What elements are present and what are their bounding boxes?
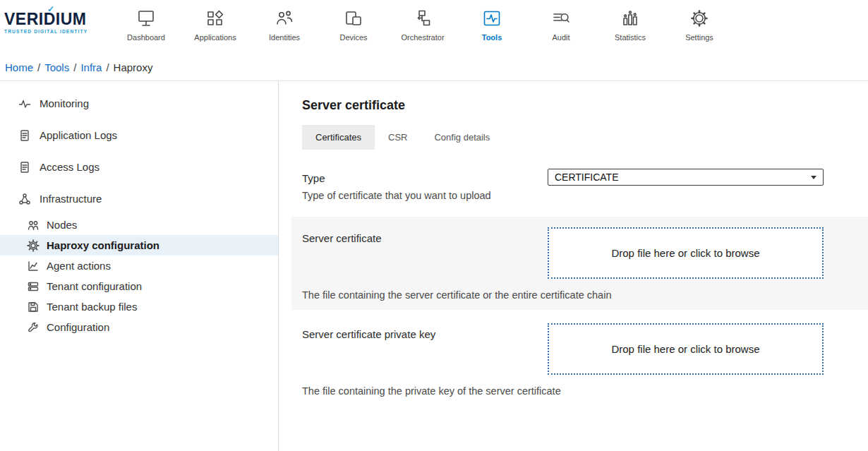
type-field-help: Type of certificate that you want to upl… <box>302 190 534 201</box>
private-key-dropzone[interactable]: Drop file here or click to browse <box>548 323 824 375</box>
brand-logo[interactable]: VERIDIUM ✓ TRUSTED DIGITAL IDENTITY <box>0 0 111 34</box>
nodes-icon <box>27 219 40 231</box>
nav-label: Settings <box>665 33 734 42</box>
tab-config-details[interactable]: Config details <box>421 125 503 150</box>
sidebar-item-monitoring[interactable]: Monitoring <box>0 88 278 119</box>
brand-tagline: TRUSTED DIGITAL IDENTITY <box>4 29 111 34</box>
nav-item-settings[interactable]: Settings <box>665 0 734 42</box>
chevron-down-icon <box>811 176 816 179</box>
sidebar-item-access-logs[interactable]: Access Logs <box>0 151 278 183</box>
nav-label: Audit <box>526 33 596 42</box>
breadcrumb-separator: / <box>106 61 109 73</box>
sidebar-item-configuration[interactable]: Configuration <box>0 317 278 337</box>
top-nav: VERIDIUM ✓ TRUSTED DIGITAL IDENTITY Dash… <box>0 0 868 54</box>
nav-item-applications[interactable]: Applications <box>181 0 250 42</box>
nav-item-tools[interactable]: Tools <box>457 0 526 42</box>
identities-icon <box>274 8 295 30</box>
dashboard-icon <box>135 8 157 30</box>
breadcrumb-home[interactable]: Home <box>5 61 33 73</box>
sidebar: Monitoring Application Logs Access Logs … <box>0 81 279 451</box>
breadcrumb-separator: / <box>37 61 40 73</box>
breadcrumb-current: Haproxy <box>114 61 153 73</box>
nav-item-orchestrator[interactable]: Orchestrator <box>388 0 457 42</box>
sidebar-item-application-logs[interactable]: Application Logs <box>0 119 278 151</box>
save-icon <box>27 301 40 313</box>
tab-csr[interactable]: CSR <box>375 125 421 150</box>
sidebar-item-agent-actions[interactable]: Agent actions <box>0 255 278 276</box>
nav-label: Tools <box>457 33 526 42</box>
sidebar-item-label: Nodes <box>47 219 77 231</box>
private-key-field-row: Server certificate private key Drop file… <box>291 313 868 406</box>
sidebar-item-label: Access Logs <box>40 161 100 173</box>
breadcrumb-infra[interactable]: Infra <box>80 61 102 73</box>
sidebar-item-label: Infrastructure <box>40 193 102 205</box>
settings-icon <box>689 8 710 30</box>
page-title: Server certificate <box>302 98 824 113</box>
server-certificate-label: Server certificate <box>302 227 548 244</box>
nav-label: Statistics <box>596 33 665 42</box>
tab-bar: Certificates CSR Config details <box>302 125 824 150</box>
private-key-help: The file containing the private key of t… <box>302 385 824 397</box>
sidebar-item-label: Tenant configuration <box>47 280 142 292</box>
breadcrumb-tools[interactable]: Tools <box>44 61 69 73</box>
brand-name: VERIDIUM ✓ <box>4 11 111 28</box>
nav-label: Dashboard <box>111 33 181 42</box>
breadcrumb-separator: / <box>73 61 76 73</box>
devices-icon <box>343 8 364 30</box>
nav-item-identities[interactable]: Identities <box>250 0 319 42</box>
document-icon <box>18 129 31 142</box>
type-field-label: Type <box>302 172 534 184</box>
sidebar-item-haproxy-configuration[interactable]: Haproxy configuration <box>0 235 278 255</box>
server-icon <box>27 280 40 293</box>
nav-label: Applications <box>181 33 250 42</box>
sidebar-item-label: Haproxy configuration <box>47 239 159 251</box>
primary-nav: Dashboard Applications Identities Device… <box>111 0 734 42</box>
nav-item-dashboard[interactable]: Dashboard <box>111 0 181 42</box>
nav-item-devices[interactable]: Devices <box>319 0 388 42</box>
nav-item-audit[interactable]: Audit <box>526 0 596 42</box>
document-icon <box>18 161 31 174</box>
tools-icon <box>481 8 502 30</box>
infrastructure-icon <box>18 193 31 205</box>
nav-label: Identities <box>250 33 319 42</box>
sidebar-item-label: Configuration <box>47 321 109 333</box>
sidebar-item-infrastructure[interactable]: Infrastructure <box>0 183 278 215</box>
tab-certificates[interactable]: Certificates <box>302 125 375 150</box>
logo-check-icon: ✓ <box>47 5 55 13</box>
dropzone-text: Drop file here or click to browse <box>611 247 759 259</box>
sidebar-item-tenant-configuration[interactable]: Tenant configuration <box>0 276 278 296</box>
certificate-type-value: CERTIFICATE <box>555 172 619 183</box>
main-panel: Server certificate Certificates CSR Conf… <box>279 81 868 451</box>
statistics-icon <box>620 8 641 30</box>
sidebar-item-label: Monitoring <box>40 97 89 109</box>
server-certificate-help: The file containing the server certifica… <box>302 289 824 301</box>
orchestrator-icon <box>412 8 433 30</box>
gear-icon <box>27 239 40 252</box>
certificate-type-select[interactable]: CERTIFICATE <box>548 169 824 186</box>
monitoring-icon <box>18 97 31 110</box>
wrench-icon <box>27 321 40 334</box>
sidebar-item-tenant-backup-files[interactable]: Tenant backup files <box>0 296 278 317</box>
server-certificate-dropzone[interactable]: Drop file here or click to browse <box>548 227 824 279</box>
dropzone-text: Drop file here or click to browse <box>611 343 759 355</box>
nav-item-statistics[interactable]: Statistics <box>596 0 665 42</box>
sidebar-item-label: Application Logs <box>40 129 117 141</box>
sidebar-item-label: Agent actions <box>47 260 111 272</box>
audit-icon <box>550 8 572 30</box>
private-key-label: Server certificate private key <box>302 323 548 340</box>
server-certificate-field-row: Server certificate Drop file here or cli… <box>291 217 868 310</box>
applications-icon <box>205 8 226 30</box>
nav-label: Orchestrator <box>388 33 457 42</box>
type-field-row: Type Type of certificate that you want t… <box>302 169 824 201</box>
nav-label: Devices <box>319 33 388 42</box>
sidebar-item-label: Tenant backup files <box>47 301 137 313</box>
sidebar-item-nodes[interactable]: Nodes <box>0 215 278 235</box>
line-chart-icon <box>27 260 40 272</box>
breadcrumb: Home / Tools / Infra / Haproxy <box>0 54 868 81</box>
